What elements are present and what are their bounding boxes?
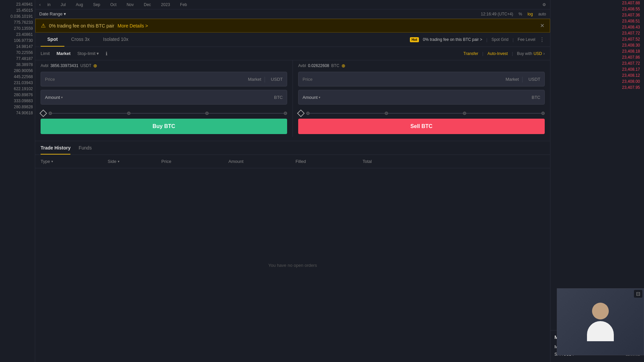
- price-value: 23,408.43: [622, 25, 640, 29]
- sell-panel: Avbl 0.02622608 BTC ⊕ Market | USDT Amou…: [293, 60, 545, 137]
- rail-end-dot[interactable]: [541, 112, 545, 115]
- list-item: 23,407.86: [550, 54, 644, 60]
- buy-amount-currency: BTC: [274, 95, 283, 100]
- sell-avbl-row: Avbl 0.02622608 BTC ⊕: [298, 63, 545, 68]
- fee-info[interactable]: 0% trading fee on this BTC pair >: [423, 37, 482, 42]
- sell-amount-dropdown[interactable]: Amount ▾: [303, 95, 320, 100]
- order-type-limit[interactable]: Limit: [41, 50, 50, 57]
- sort-icon[interactable]: ▾: [118, 160, 119, 163]
- main-tabs-row: Spot Cross 3x Isolated 10x Hot 0% tradin…: [35, 33, 550, 47]
- tab-spot[interactable]: Spot: [41, 33, 64, 47]
- rail-end-dot[interactable]: [284, 112, 287, 115]
- warning-icon: ⚠: [41, 22, 46, 29]
- buy-slider[interactable]: [41, 108, 287, 119]
- price-item: 622.19102: [0, 86, 35, 92]
- collapse-icon[interactable]: ⊟: [634, 290, 642, 298]
- fee-level-link[interactable]: Fee Level: [518, 37, 535, 42]
- divider: |: [512, 51, 513, 56]
- transfer-link[interactable]: Transfer: [464, 51, 478, 56]
- list-item: 23,407.52: [550, 36, 644, 42]
- order-type-market[interactable]: Market: [56, 50, 70, 57]
- month-dec: Dec: [144, 2, 151, 7]
- sell-slider-handle[interactable]: [297, 110, 305, 117]
- table-empty-message: You have no open orders: [35, 168, 550, 362]
- buy-amount-input[interactable]: [63, 95, 271, 100]
- chevron-right-icon[interactable]: ›: [543, 51, 545, 56]
- price-item: 15.45015: [0, 7, 35, 13]
- rail-dot[interactable]: [306, 112, 310, 115]
- rail-dot[interactable]: [127, 112, 130, 115]
- sort-icon[interactable]: ▾: [51, 160, 53, 163]
- sell-price-input[interactable]: [303, 77, 505, 82]
- separator: |: [522, 76, 523, 83]
- plus-icon-buy[interactable]: ⊕: [93, 63, 97, 68]
- tab-cross[interactable]: Cross 3x: [64, 33, 96, 47]
- price-value: 23,408.18: [622, 49, 640, 54]
- order-type-stop-limit[interactable]: Stop-limit ▾: [77, 51, 99, 56]
- banner-text: 0% trading fee on this BTC pair: [49, 23, 114, 28]
- buy-with-section: Buy with USD ›: [517, 51, 545, 56]
- buy-price-input[interactable]: [45, 77, 248, 82]
- price-item: 106.97730: [0, 38, 35, 44]
- col-price: Price: [161, 159, 228, 164]
- buy-price-input-group[interactable]: Market | USDT: [41, 72, 287, 86]
- month-feb: Feb: [180, 2, 187, 7]
- close-icon[interactable]: ✕: [540, 22, 544, 29]
- order-panels: Avbl 3856.33973431 USDT ⊕ Market | USDT …: [35, 60, 550, 141]
- plus-icon-sell[interactable]: ⊕: [341, 63, 345, 68]
- list-item: 23,407.72: [550, 60, 644, 66]
- price-value: 23,408.12: [622, 73, 640, 78]
- sell-slider-rail[interactable]: [306, 113, 545, 114]
- buy-with-currency[interactable]: USD: [534, 51, 542, 56]
- list-item: 23,407.72: [550, 30, 644, 36]
- avbl-currency-buy: USDT: [80, 63, 92, 68]
- sell-btc-button[interactable]: Sell BTC: [298, 119, 545, 134]
- date-range-button[interactable]: Date Range ▾: [39, 11, 66, 16]
- buy-slider-rail[interactable]: [49, 113, 287, 114]
- price-item: 70.22556: [0, 50, 35, 56]
- buy-btc-button[interactable]: Buy BTC: [41, 119, 287, 134]
- percent-label[interactable]: %: [519, 12, 522, 16]
- buy-slider-handle[interactable]: [40, 110, 47, 117]
- price-item: 23.40941: [0, 1, 35, 7]
- buy-amount-dropdown[interactable]: Amount ▾: [45, 95, 63, 100]
- avbl-label-buy: Avbl: [41, 63, 48, 68]
- col-type: Type ▾: [41, 159, 108, 164]
- chart-scroll-left[interactable]: ‹: [39, 2, 41, 7]
- chart-controls: ⚙: [542, 2, 546, 7]
- tab-trade-history[interactable]: Trade History: [41, 145, 70, 155]
- sell-price-input-group[interactable]: Market | USDT: [298, 72, 545, 86]
- price-item: 231.03943: [0, 80, 35, 86]
- rail-dot[interactable]: [463, 112, 466, 115]
- list-item: 23,408.30: [550, 42, 644, 48]
- sell-amount-input-group[interactable]: Amount ▾ BTC: [298, 90, 545, 105]
- list-item: 23,408.12: [550, 72, 644, 78]
- avbl-label-sell: Avbl: [298, 63, 306, 68]
- rail-dot[interactable]: [385, 112, 388, 115]
- spot-grid-link[interactable]: Spot Grid: [491, 37, 508, 42]
- log-button[interactable]: log: [528, 12, 533, 16]
- tab-isolated[interactable]: Isolated 10x: [96, 33, 135, 47]
- auto-label[interactable]: auto: [538, 12, 546, 16]
- price-value: 23,407.88: [622, 1, 640, 5]
- divider: |: [486, 37, 487, 42]
- buy-panel: Avbl 3856.33973431 USDT ⊕ Market | USDT …: [41, 60, 293, 137]
- gear-icon[interactable]: ⚙: [542, 2, 546, 7]
- price-value: 23,407.72: [622, 61, 640, 66]
- more-icon[interactable]: ⋮: [539, 37, 545, 43]
- rail-dot[interactable]: [49, 112, 52, 115]
- price-item: 74.90618: [0, 110, 35, 116]
- buy-avbl-row: Avbl 3856.33973431 USDT ⊕: [41, 63, 287, 68]
- price-item: 0.036.10191: [0, 13, 35, 19]
- person-head: [592, 303, 609, 319]
- info-icon[interactable]: ℹ: [106, 51, 107, 56]
- banner-link[interactable]: More Details >: [118, 23, 148, 28]
- rail-dot[interactable]: [205, 112, 209, 115]
- tab-funds[interactable]: Funds: [78, 145, 92, 155]
- sell-slider[interactable]: [298, 108, 545, 119]
- buy-amount-input-group[interactable]: Amount ▾ BTC: [41, 90, 287, 105]
- order-type-row: Limit Market Stop-limit ▾ ℹ Transfer | A…: [35, 47, 550, 60]
- list-item: 23,407.88: [550, 0, 644, 6]
- sell-amount-input[interactable]: [320, 95, 529, 100]
- auto-invest-link[interactable]: Auto-Invest: [487, 51, 508, 56]
